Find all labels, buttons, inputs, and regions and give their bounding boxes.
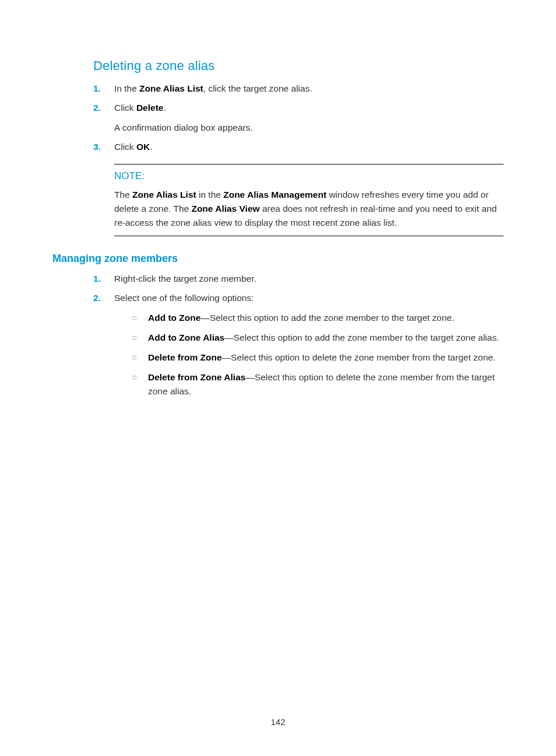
list-text: Right-click the target zone member. <box>114 272 504 285</box>
bold-text: Delete from Zone Alias <box>148 372 245 382</box>
text: , click the target zone alias. <box>203 83 312 93</box>
text: Click <box>114 103 136 113</box>
text: —Select this option to add the zone memb… <box>224 332 499 342</box>
circle-bullet-icon: ○ <box>132 351 148 365</box>
heading-deleting-zone-alias: Deleting a zone alias <box>93 58 504 74</box>
list-number: 2. <box>93 101 114 134</box>
bold-text: OK <box>136 142 150 152</box>
list-text: In the Zone Alias List, click the target… <box>114 82 504 95</box>
text: Click <box>114 142 136 152</box>
list-item: ○ Add to Zone Alias—Select this option t… <box>114 331 504 345</box>
followup-text: A confirmation dialog box appears. <box>114 121 504 134</box>
circle-bullet-icon: ○ <box>132 370 148 398</box>
note-body: The Zone Alias List in the Zone Alias Ma… <box>114 188 504 230</box>
bold-text: Zone Alias List <box>132 190 196 200</box>
list-text: Click Delete. A confirmation dialog box … <box>114 101 504 134</box>
list-text: Click OK. <box>114 140 504 153</box>
list-item: 3. Click OK. <box>93 140 504 153</box>
list-text: Select one of the following options: <box>114 291 504 304</box>
list-text: Add to Zone Alias—Select this option to … <box>148 331 504 345</box>
page-number: 142 <box>0 717 556 727</box>
bold-text: Zone Alias View <box>191 204 259 214</box>
text: —Select this option to add the zone memb… <box>200 313 454 323</box>
list-text: Delete from Zone Alias—Select this optio… <box>148 370 504 398</box>
list-number: 1. <box>93 82 114 95</box>
list-item: ○ Delete from Zone Alias—Select this opt… <box>114 370 504 398</box>
text: —Select this option to delete the zone m… <box>222 352 496 362</box>
list-item: 2. Select one of the following options: <box>93 291 504 304</box>
list-number: 2. <box>93 291 114 304</box>
circle-bullet-icon: ○ <box>132 311 148 325</box>
text: In the <box>114 83 139 93</box>
document-page: Deleting a zone alias 1. In the Zone Ali… <box>0 0 556 756</box>
bold-text: Add to Zone <box>148 313 200 323</box>
list-item: ○ Add to Zone—Select this option to add … <box>114 311 504 325</box>
ordered-list-2: 1. Right-click the target zone member. 2… <box>93 272 504 398</box>
list-number: 1. <box>93 272 114 285</box>
heading-managing-zone-members: Managing zone members <box>52 253 504 265</box>
text: . <box>150 142 152 152</box>
list-item: ○ Delete from Zone—Select this option to… <box>114 351 504 365</box>
bold-text: Add to Zone Alias <box>148 332 224 342</box>
list-text: Delete from Zone—Select this option to d… <box>148 351 504 365</box>
text: The <box>114 190 132 200</box>
text: . <box>163 103 166 113</box>
ordered-list-1: 1. In the Zone Alias List, click the tar… <box>93 82 504 153</box>
list-item: 1. Right-click the target zone member. <box>93 272 504 285</box>
note-box: NOTE: The Zone Alias List in the Zone Al… <box>114 164 504 236</box>
text: in the <box>196 190 224 200</box>
list-item: 1. In the Zone Alias List, click the tar… <box>93 82 504 95</box>
list-number: 3. <box>93 140 114 153</box>
bold-text: Zone Alias Management <box>223 190 326 200</box>
bold-text: Delete from Zone <box>148 352 222 362</box>
list-text: Add to Zone—Select this option to add th… <box>148 311 504 325</box>
circle-bullet-icon: ○ <box>132 331 148 345</box>
bold-text: Delete <box>136 103 164 113</box>
note-label: NOTE: <box>114 170 504 182</box>
bold-text: Zone Alias List <box>139 83 203 93</box>
list-item: 2. Click Delete. A confirmation dialog b… <box>93 101 504 134</box>
options-list: ○ Add to Zone—Select this option to add … <box>114 311 504 398</box>
